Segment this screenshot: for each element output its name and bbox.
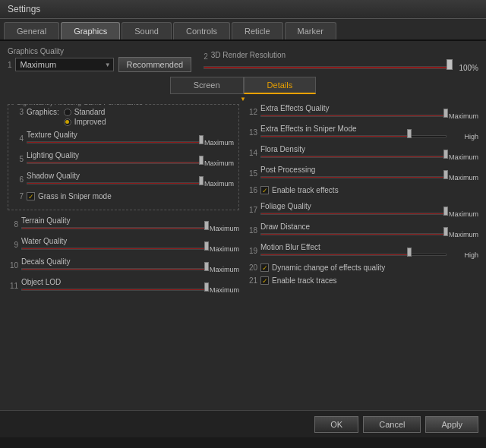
cancel-button[interactable]: Cancel [363,416,421,433]
render-label: 3D Render Resolution [211,51,286,59]
setting-name-20: Dynamic change of effects quality [272,263,385,272]
graphics-radio-group: Standard Improved [64,108,106,126]
radio-standard-label: Standard [74,108,106,116]
num-13: 13 [247,128,257,137]
num-8: 8 [8,220,18,229]
radio-improved-circle[interactable] [64,118,71,126]
checkbox-20[interactable]: ✓ [260,263,269,272]
num-7: 7 [13,192,24,200]
radio-standard-circle[interactable] [64,109,71,116]
setting-row-9: 9 Water Quality Maximum [8,237,239,253]
val-4: Maximum [204,139,234,147]
sub-tab-details[interactable]: Details [244,77,317,94]
ok-button[interactable]: OK [314,416,358,433]
right-settings-col: 12 Extra Effects Quality Maximum 13 Extr… [247,104,478,400]
val-18: Maximum [449,231,478,238]
setting-row-17: 17 Foliage Quality Maximum [247,202,478,218]
checkbox-16[interactable]: ✓ [260,186,269,194]
num-18: 18 [247,226,257,235]
row-num-2: 2 [204,52,208,61]
num-6: 6 [13,175,24,184]
graphics-quality-label: Graphics Quality [8,47,187,55]
checkbox-21[interactable]: ✓ [260,276,269,285]
val-19: High [450,251,478,259]
apply-button[interactable]: Apply [425,416,478,433]
radio-standard[interactable]: Standard [64,108,106,116]
num-12: 12 [247,108,257,116]
val-11: Maximum [210,286,239,294]
setting-name-16: Enable track effects [272,186,339,194]
val-6: Maximum [204,180,234,188]
setting-row-7: 7 ✓ Grass in Sniper mode [13,192,234,200]
val-14: Maximum [449,153,478,161]
setting-row-6: 6 Shadow Quality Maximum [13,172,234,188]
val-12: Maximum [449,112,478,120]
checkbox-7[interactable]: ✓ [27,192,35,200]
setting-row-13: 13 Extra Effects in Sniper Mode High [247,125,478,140]
num-19: 19 [247,247,257,255]
setting-row-14: 14 Flora Density Maximum [247,145,478,161]
setting-row-4: 4 Texture Quality Maximum [13,131,234,147]
num-20: 20 [247,263,257,272]
footer: OK Cancel Apply [0,410,486,437]
num-9: 9 [8,241,18,249]
perf-label: Significantly Affecting Game Performance [14,104,145,106]
val-9: Maximum [210,245,239,253]
tab-graphics[interactable]: Graphics [61,22,120,39]
num-10: 10 [8,261,18,270]
window-title: Settings [8,4,40,14]
row-num-1: 1 [8,61,12,69]
num-15: 15 [247,169,257,178]
setting-row-18: 18 Draw Distance Maximum [247,222,478,238]
graphics-quality-select[interactable]: Maximum High Medium Low [15,58,114,71]
setting-row-10: 10 Decals Quality Maximum [8,257,239,273]
val-5: Maximum [204,159,234,167]
setting-name-21: Enable track traces [272,276,337,285]
perf-section: Significantly Affecting Game Performance… [8,104,239,210]
val-8: Maximum [210,225,239,232]
val-10: Maximum [210,266,239,273]
sub-tab-screen[interactable]: Screen [170,77,244,94]
num-5: 5 [13,155,24,163]
setting-row-20: 20 ✓ Dynamic change of effects quality [247,263,478,272]
setting-row-15: 15 Post Processing Maximum [247,166,478,181]
setting-row-8: 8 Terrain Quality Maximum [8,216,239,232]
setting-name-7: Grass in Sniper mode [38,192,112,200]
setting-row-21: 21 ✓ Enable track traces [247,276,478,285]
tab-bar: General Graphics Sound Controls Reticle … [0,19,486,41]
tab-controls[interactable]: Controls [173,22,230,39]
val-13: High [450,133,478,140]
setting-name-3: Graphics: [27,108,59,116]
num-11: 11 [8,282,18,290]
setting-row-11: 11 Object LOD Maximum [8,278,239,294]
val-15: Maximum [449,174,478,181]
left-settings-col: Significantly Affecting Game Performance… [8,104,239,400]
radio-improved-label: Improved [74,118,106,126]
tab-reticle[interactable]: Reticle [232,22,283,39]
val-17: Maximum [449,210,478,218]
num-17: 17 [247,206,257,214]
setting-row-19: 19 Motion Blur Effect High [247,243,478,259]
setting-row-5: 5 Lighting Quality Maximum [13,151,234,167]
active-tab-indicator: ▼ [8,96,478,103]
setting-name-19: Motion Blur Effect [260,243,478,251]
setting-name-13: Extra Effects in Sniper Mode [260,125,478,133]
settings-panel: Significantly Affecting Game Performance… [8,104,478,400]
num-16: 16 [247,186,257,194]
radio-improved[interactable]: Improved [64,118,106,126]
render-percent: 100% [454,64,478,72]
num-4: 4 [13,134,24,143]
num-21: 21 [247,276,257,285]
recommended-button[interactable]: Recommended [118,57,192,72]
tab-general[interactable]: General [4,22,59,39]
num-14: 14 [247,149,257,157]
title-bar: Settings [0,0,486,19]
setting-row-16: 16 ✓ Enable track effects [247,186,478,194]
sub-tab-bar: Screen Details [8,77,478,94]
tab-sound[interactable]: Sound [122,22,172,39]
num-3: 3 [13,108,24,116]
tab-marker[interactable]: Marker [285,22,336,39]
main-content: Graphics Quality 1 Maximum High Medium L… [0,41,486,410]
setting-row-3: 3 Graphics: Standard Improved [13,108,234,126]
setting-row-12: 12 Extra Effects Quality Maximum [247,104,478,120]
